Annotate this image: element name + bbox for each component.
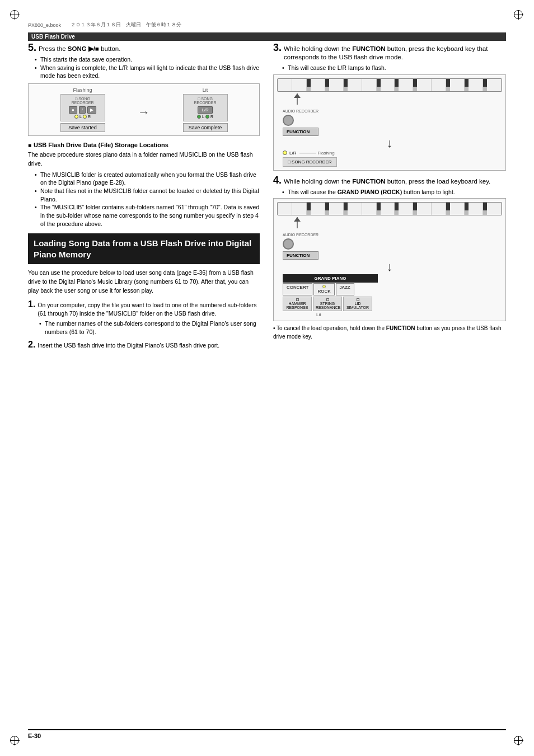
flashing-label-3: Flashing [299, 151, 334, 156]
grand-piano-section: GRAND PIANO CONCERT ROCK JAZZ [283, 274, 502, 317]
step5-bullets: This starts the data save operation. Whe… [35, 55, 260, 80]
step3-song-rec: L/R Flashing [283, 151, 502, 156]
step1-bullet: The number names of the sub-folders corr… [39, 320, 260, 336]
step4-diagram: AUDIO RECORDER FUNCTION ↓ GRAND PIANO CO… [273, 198, 506, 321]
svg-marker-1 [294, 217, 301, 222]
step3-diagram: AUDIO RECORDER FUNCTION ↓ L/R [273, 74, 506, 171]
song-recorder-strip-3: □ SONG RECORDER [283, 157, 337, 167]
page-number: E-30 [28, 732, 41, 739]
step3-function-panel: AUDIO RECORDER FUNCTION [283, 109, 502, 136]
flashing-label: Flashing [73, 87, 92, 93]
right-column: 3. While holding down the FUNCTION butto… [269, 43, 506, 722]
step3-bullet: This will cause the L/R lamps to flash. [282, 64, 506, 72]
meta-filename: PX800_e.book [28, 22, 61, 28]
step4-number: 4. [273, 175, 282, 185]
down-arrow-3: ↓ [277, 137, 502, 149]
function-btn-3: FUNCTION [283, 128, 318, 136]
step1-number: 1. [28, 300, 35, 309]
main-content: 5. Press the SONG ▶/■ button. This start… [28, 43, 506, 722]
rock-btn: ROCK [313, 283, 334, 295]
left-column: 5. Press the SONG ▶/■ button. This start… [28, 43, 269, 722]
step4-header: 4. While holding down the FUNCTION butto… [273, 175, 506, 186]
step5-diagram: Flashing □ SONG RECORDER ● / ▶ L [28, 83, 260, 136]
step3-text: While holding down the FUNCTION button, … [284, 45, 506, 62]
up-arrow-3 [277, 93, 502, 106]
save-started-label: Save started [60, 123, 105, 132]
step2-text: Insert the USB flash drive into the Digi… [38, 341, 219, 350]
piano-strip-top-4 [277, 202, 502, 215]
step5-text: Press the SONG ▶/■ button. [39, 45, 120, 53]
play-btn: ● [69, 106, 77, 114]
lr-led-lit-r [205, 115, 209, 119]
save-complete-panel: Lit □ SONG RECORDER L/R L R [156, 87, 255, 132]
svg-marker-0 [294, 93, 301, 98]
audio-rec-knob [283, 115, 294, 126]
corner-mark-br [514, 736, 524, 746]
piano-strip-top-3 [277, 78, 502, 92]
step1-bullets: The number names of the sub-folders corr… [39, 320, 260, 336]
meta-sep [63, 21, 68, 29]
step5-header: 5. Press the SONG ▶/■ button. [28, 43, 260, 53]
down-arrow-4: ↓ [277, 261, 502, 273]
step5-bullet-1: This starts the data save operation. [35, 55, 260, 64]
stop-btn: ▶ [87, 106, 96, 114]
footer: E-30 [28, 729, 506, 739]
lr-btn: L/R [198, 106, 212, 114]
song-recorder-box-left: □ SONG RECORDER ● / ▶ L R [60, 94, 105, 121]
lit-label: Lit [203, 87, 208, 93]
string-resonance-btn: STRING RESONANCE [313, 297, 342, 311]
song-recorder-box-right: □ SONG RECORDER L/R L R [183, 94, 228, 121]
audio-rec-label-3: AUDIO RECORDER [283, 109, 318, 113]
audio-rec-label-4: AUDIO RECORDER [283, 233, 318, 237]
section-label: USB Flash Drive [31, 34, 75, 40]
usb-bullet-1: The MUSICLIB folder is created automatic… [35, 171, 260, 187]
loading-body: You can use the procedure below to load … [28, 269, 260, 295]
corner-mark-tl [10, 10, 20, 20]
cancel-note: • To cancel the load operation, hold dow… [273, 325, 506, 341]
lr-led-r [83, 115, 87, 119]
step5-number: 5. [28, 43, 36, 53]
step3-number: 3. [273, 43, 282, 53]
meta-date: ２０１３年６月１８日 火曜日 午後６時１８分 [71, 21, 181, 29]
loading-highlight-box: Loading Song Data from a USB Flash Drive… [28, 233, 260, 264]
lr-led-lit-l [197, 115, 201, 119]
step4-bullets: This will cause the GRAND PIANO (ROCK) b… [282, 188, 506, 196]
corner-mark-tr [514, 10, 524, 20]
function-btn-4: FUNCTION [283, 251, 318, 260]
step3: 3. While holding down the FUNCTION butto… [273, 43, 506, 171]
jazz-btn: JAZZ [336, 283, 354, 295]
rock-led [322, 285, 326, 288]
step4-bullet: This will cause the GRAND PIANO (ROCK) b… [282, 188, 506, 196]
step3-header: 3. While holding down the FUNCTION butto… [273, 43, 506, 62]
usb-bullet-3: The "MUSICLIB" folder contains sub-folde… [35, 203, 260, 228]
save-started-panel: Flashing □ SONG RECORDER ● / ▶ L [33, 87, 132, 132]
loading-title: Loading Song Data from a USB Flash Drive… [34, 238, 254, 260]
step4-text: While holding down the FUNCTION button, … [284, 177, 490, 186]
lr-led-l [74, 115, 78, 119]
lr-flashing-led [283, 151, 287, 155]
concert-btn: CONCERT [283, 283, 312, 295]
step4-function-panel: AUDIO RECORDER FUNCTION [283, 233, 502, 260]
usb-bullet-2: Note that files not in the MUSICLIB fold… [35, 187, 260, 203]
step1-header: 1. On your computer, copy the file you w… [28, 300, 260, 318]
usb-storage-title: USB Flash Drive Data (File) Storage Loca… [28, 142, 260, 148]
save-complete-label: Save complete [183, 123, 228, 132]
slash-btn: / [79, 106, 86, 114]
corner-mark-bl [10, 736, 20, 746]
page: PX800_e.book ２０１３年６月１８日 火曜日 午後６時１８分 USB … [0, 0, 534, 756]
grand-piano-label: GRAND PIANO [283, 274, 378, 283]
lit-label-4: Lit [316, 312, 502, 317]
lid-simulator-btn: LID SIMULATOR [343, 297, 372, 311]
usb-storage-body: The above procedure stores piano data in… [28, 151, 260, 168]
step2-header: 2. Insert the USB flash drive into the D… [28, 340, 260, 350]
usb-storage-bullets: The MUSICLIB folder is created automatic… [35, 171, 260, 228]
audio-rec-knob-4 [283, 238, 294, 250]
top-meta: PX800_e.book ２０１３年６月１８日 火曜日 午後６時１８分 [28, 21, 506, 29]
step1-text: On your computer, copy the file you want… [38, 301, 260, 318]
step5-bullet-2: When saving is complete, the L/R lamps w… [35, 64, 260, 80]
step4: 4. While holding down the FUNCTION butto… [273, 175, 506, 341]
arrow-save: → [138, 105, 150, 120]
step3-bullets: This will cause the L/R lamps to flash. [282, 64, 506, 72]
up-arrow-4 [277, 217, 502, 229]
step2-number: 2. [28, 340, 35, 349]
